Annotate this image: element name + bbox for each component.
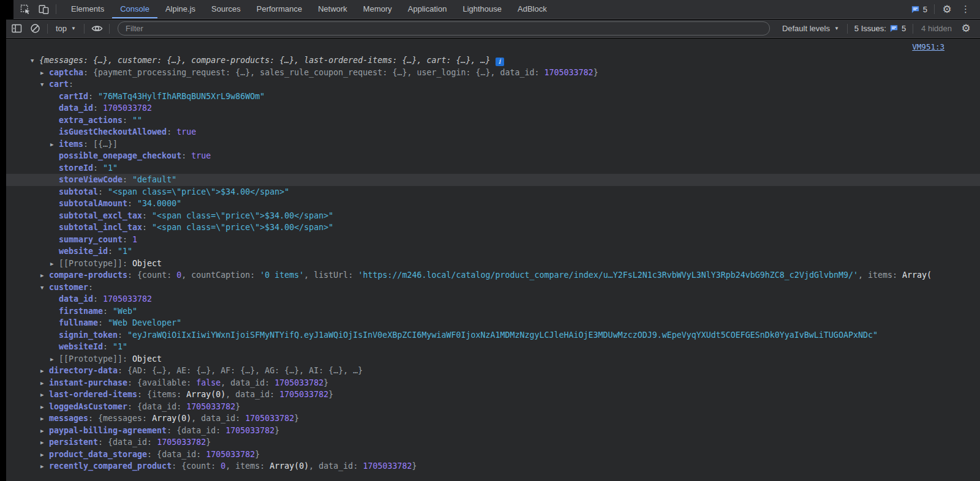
issues-bubble-icon (889, 24, 899, 33)
console-token: 1705033782 (103, 294, 152, 304)
console-token: : (142, 223, 152, 232)
console-sidebar-toggle-icon[interactable] (7, 20, 26, 38)
console-token: Array( (902, 270, 932, 280)
console-token: paypal-billing-agreement (49, 426, 167, 435)
console-token: [[Prototype]] (59, 259, 123, 268)
tab-lighthouse[interactable]: Lighthouse (454, 0, 510, 18)
inspect-element-icon[interactable] (16, 0, 34, 18)
expand-arrow-icon[interactable]: ▶ (40, 378, 49, 390)
live-expression-eye-icon[interactable] (88, 20, 106, 38)
filter-input[interactable] (118, 21, 770, 35)
collapse-arrow-icon[interactable]: ▼ (40, 79, 49, 91)
console-token: loggedAsCustomer (49, 402, 127, 411)
expand-arrow-icon[interactable]: ▶ (40, 401, 49, 414)
expand-arrow-icon[interactable]: ▶ (40, 437, 49, 449)
expand-arrow-icon[interactable]: ▶ (50, 258, 59, 270)
console-row: subtotal_excl_tax: "<span class=\"price\… (6, 210, 980, 222)
tab-adblock[interactable]: AdBlock (510, 0, 555, 18)
tab-elements[interactable]: Elements (63, 0, 112, 18)
console-row: ▶compare-products: {count: 0, countCapti… (6, 269, 980, 282)
tab-application[interactable]: Application (400, 0, 455, 18)
console-token: , data_id: (225, 390, 279, 399)
divider (934, 4, 935, 14)
console-settings-gear-icon[interactable]: ⚙ (957, 20, 975, 38)
console-token: : {payment_processing_request: {…}, sale… (83, 68, 545, 77)
console-token: website_id (59, 247, 108, 256)
issues-counter[interactable]: 5 (907, 5, 931, 14)
console-token: captcha (49, 68, 83, 77)
console-token: subtotal (59, 187, 98, 196)
console-token: : (108, 247, 118, 256)
console-row: data_id: 1705033782 (6, 102, 980, 114)
console-token: : (88, 283, 93, 292)
console-token: Object (132, 259, 162, 268)
console-token: } (594, 68, 598, 77)
expand-arrow-icon[interactable]: ▶ (50, 139, 59, 151)
expand-arrow-icon[interactable]: ▶ (40, 425, 49, 438)
tab-console[interactable]: Console (112, 0, 157, 18)
console-token: : (123, 354, 132, 364)
settings-gear-icon[interactable]: ⚙ (938, 0, 956, 18)
console-token: } (294, 414, 299, 423)
divider (56, 4, 56, 14)
console-token: firstname (59, 307, 103, 316)
tabbar-icon-group (13, 0, 59, 18)
console-panel: VM951:3 ▼{messages: {…}, customer: {…}, … (6, 39, 980, 481)
console-row: ▶instant-purchase: {available: false, da… (6, 377, 980, 389)
more-options-icon[interactable]: ⋮ (956, 4, 975, 15)
console-token: true (191, 151, 211, 160)
console-row: cartId: "76MaTq43HylfIhARBqBUN5XrL9w86WO… (6, 91, 980, 103)
console-token: 1705033782 (186, 402, 235, 411)
tab-performance[interactable]: Performance (249, 0, 310, 18)
console-token: } (206, 438, 211, 447)
expand-arrow-icon[interactable]: ▶ (40, 270, 49, 282)
expand-arrow-icon[interactable]: ▶ (40, 449, 49, 461)
console-token: : {data_id: (147, 450, 206, 459)
chevron-down-icon: ▼ (834, 26, 839, 31)
expand-arrow-icon[interactable]: ▶ (40, 461, 49, 473)
console-token: : {data_id: (167, 426, 225, 435)
console-token: 1705033782 (274, 378, 323, 387)
console-token: Object (132, 354, 162, 364)
tab-sources[interactable]: Sources (203, 0, 249, 18)
expand-arrow-icon[interactable]: ▶ (40, 413, 49, 425)
console-token: , data_id: (309, 461, 363, 471)
collapse-arrow-icon[interactable]: ▼ (31, 55, 39, 67)
clear-console-icon[interactable] (26, 20, 44, 38)
info-icon[interactable]: i (496, 58, 504, 66)
divider (847, 24, 848, 34)
expand-arrow-icon[interactable]: ▶ (40, 67, 49, 80)
tab-alpine-js[interactable]: Alpine.js (157, 0, 203, 18)
issues-counter[interactable]: 5 Issues: 5 (851, 24, 910, 33)
console-token: storeViewCode (59, 175, 123, 184)
log-levels-dropdown[interactable]: Default levels ▼ (777, 24, 844, 33)
console-token: 1705033782 (103, 103, 152, 113)
console-token: false (196, 378, 221, 387)
expand-arrow-icon[interactable]: ▶ (40, 389, 49, 401)
expand-arrow-icon[interactable]: ▶ (50, 354, 59, 366)
console-token: , data_id: (221, 378, 274, 387)
device-toolbar-icon[interactable] (34, 0, 53, 18)
log-levels-label: Default levels (782, 24, 830, 33)
console-row: ▼{messages: {…}, customer: {…}, compare-… (6, 54, 980, 67)
console-token: : {count: (127, 270, 176, 280)
tab-memory[interactable]: Memory (355, 0, 400, 18)
console-token: "<span class=\"price\">$34.00</span>" (108, 187, 289, 196)
console-token: } (328, 390, 333, 399)
console-token: isGuestCheckoutAllowed (59, 127, 167, 136)
console-token: directory-data (49, 366, 118, 375)
console-token: "Web Developer" (108, 318, 181, 327)
chevron-down-icon: ▼ (71, 26, 76, 31)
console-row: extra_actions: "" (6, 114, 980, 127)
issues-label: 5 Issues: (854, 24, 886, 33)
console-token: data_id (59, 103, 93, 113)
tab-network[interactable]: Network (310, 0, 355, 18)
source-link[interactable]: VM951:3 (912, 42, 944, 51)
collapse-arrow-icon[interactable]: ▼ (40, 282, 49, 294)
devtools-tabbar: ElementsConsoleAlpine.jsSourcesPerforman… (13, 0, 980, 19)
expand-arrow-icon[interactable]: ▶ (40, 365, 49, 378)
console-row: ▶last-ordered-items: {items: Array(0), d… (6, 389, 980, 401)
source-link-row: VM951:3 (6, 39, 980, 54)
context-selector[interactable]: top ▼ (51, 24, 81, 33)
console-token: } (255, 450, 260, 459)
